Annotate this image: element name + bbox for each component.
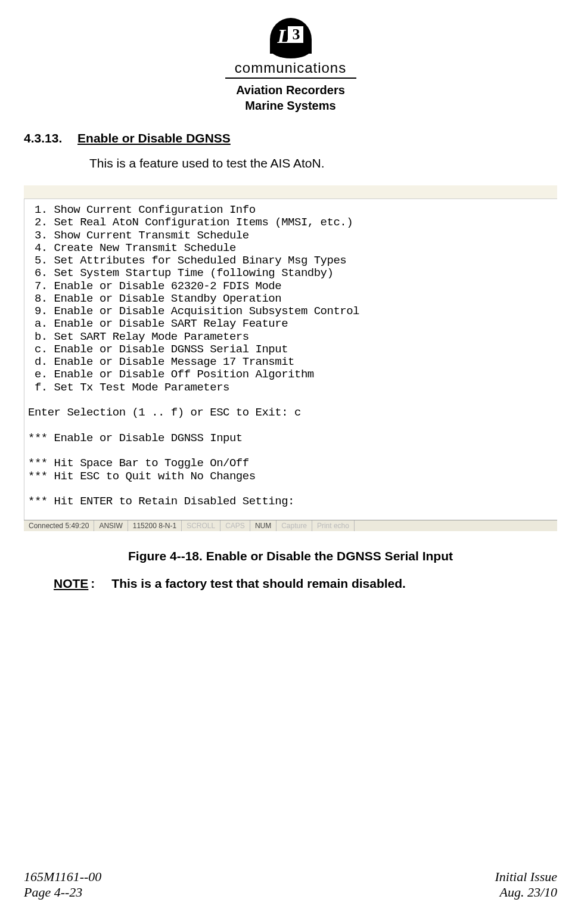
section-title: Enable or Disable DGNSS <box>77 131 231 145</box>
footer-issue: Initial Issue <box>495 869 558 885</box>
header-underline <box>225 77 356 79</box>
footer-doc: 165M1161--00 <box>24 869 101 885</box>
status-capture: Capture <box>276 520 312 531</box>
terminal-menu: 1. Show Current Configuration Info 2. Se… <box>28 204 557 394</box>
terminal-prompt-title: *** Enable or Disable DGNSS Input <box>28 432 557 445</box>
terminal-prompt-enter: *** Hit ENTER to Retain Disabled Setting… <box>28 495 557 508</box>
status-connected: Connected 5:49:20 <box>24 520 94 531</box>
note-label: NOTE <box>54 576 88 590</box>
header-line2: Marine Systems <box>24 98 557 113</box>
logo: L3 <box>270 18 312 54</box>
note: NOTE: This is a factory test that should… <box>54 576 557 591</box>
page-header: L3 communications Aviation Recorders Mar… <box>24 18 557 113</box>
logo-communications: communications <box>24 60 557 76</box>
header-line1: Aviation Recorders <box>24 82 557 98</box>
footer-page: Page 4--23 <box>24 885 101 900</box>
status-print: Print echo <box>312 520 355 531</box>
terminal-prompt-toggle: *** Hit Space Bar to Toggle On/Off *** H… <box>28 457 557 483</box>
status-term: ANSIW <box>94 520 128 531</box>
note-text: This is a factory test that should remai… <box>111 576 406 591</box>
section-body: This is a feature used to test the AIS A… <box>89 156 557 170</box>
status-bar: Connected 5:49:20 ANSIW 115200 8-N-1 SCR… <box>24 520 557 531</box>
status-baud: 115200 8-N-1 <box>128 520 182 531</box>
status-num: NUM <box>250 520 276 531</box>
section-heading: 4.3.13. Enable or Disable DGNSS <box>24 131 557 145</box>
terminal-output: 1. Show Current Configuration Info 2. Se… <box>24 199 557 520</box>
terminal-screenshot: 1. Show Current Configuration Info 2. Se… <box>24 185 557 531</box>
page-footer: 165M1161--00 Page 4--23 Initial Issue Au… <box>24 869 557 900</box>
terminal-prompt-selection: Enter Selection (1 .. f) or ESC to Exit:… <box>28 407 557 419</box>
logo-3: 3 <box>288 26 303 43</box>
figure-caption: Figure 4--18. Enable or Disable the DGNS… <box>24 549 557 563</box>
status-scroll: SCROLL <box>182 520 220 531</box>
section-number: 4.3.13. <box>24 131 62 145</box>
footer-date: Aug. 23/10 <box>495 885 558 900</box>
status-caps: CAPS <box>220 520 250 531</box>
